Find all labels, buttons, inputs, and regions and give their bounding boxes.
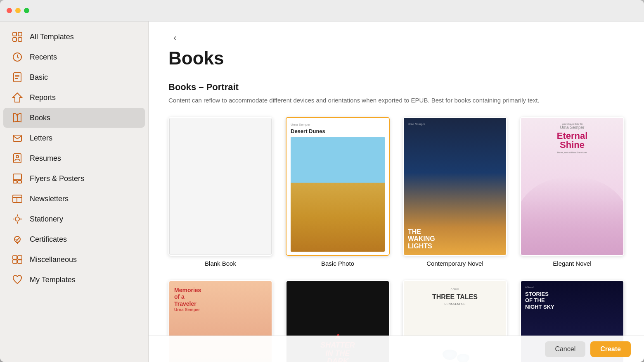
sidebar-item-all-templates[interactable]: All Templates [3,27,145,47]
sidebar-item-label: My Templates [30,276,76,284]
memories-title: Memoriesof aTraveler [174,287,267,307]
clock-icon [12,51,23,63]
book-icon [12,112,23,124]
misc-icon [12,254,23,265]
close-button[interactable] [7,8,12,13]
uma-name-label: Uma Semper [560,125,585,130]
stories-title: STORIESOF THENIGHT SKY [525,291,619,310]
sidebar-item-flyers-posters[interactable]: Flyers & Posters [3,169,145,188]
sidebar-item-label: Flyers & Posters [30,174,84,183]
urna-label: Urna Semper [408,123,502,126]
section-description: Content can reflow to accommodate differ… [168,96,540,105]
svg-rect-29 [18,256,22,259]
sidebar-item-label: Letters [30,134,52,143]
content-area: ‹ Books Books – Portrait Content can ref… [149,21,644,362]
svg-rect-31 [18,260,22,263]
svg-rect-1 [18,32,22,36]
sidebar-item-recents[interactable]: Recents [3,47,145,67]
three-author: URNA SEMPER [445,302,466,305]
waking-lights-title: THEWAKINGLIGHTS [408,228,502,250]
sidebar-item-my-templates[interactable]: My Templates [3,270,145,290]
dunes-author: Urna Semper [291,123,385,126]
svg-rect-28 [13,256,17,259]
back-button[interactable]: ‹ [168,31,182,45]
minimize-button[interactable] [15,8,21,13]
certificate-icon [12,233,23,245]
svg-point-25 [14,236,20,242]
sidebar-item-certificates[interactable]: Certificates [3,229,145,249]
template-name-contemporary: Contemporary Novel [426,260,483,267]
sidebar: All Templates Recents [0,21,149,362]
dunes-image [291,137,385,252]
svg-point-13 [16,155,19,158]
bottom-bar: Cancel Create [149,336,644,362]
doc-icon [12,71,23,83]
svg-rect-3 [18,38,22,41]
sidebar-item-label: Newsletters [30,195,69,203]
sidebar-item-newsletters[interactable]: Newsletters [3,189,145,209]
create-button[interactable]: Create [590,341,631,357]
sidebar-item-miscellaneous[interactable]: Miscellaneous [3,250,145,269]
content-inner: ‹ Books Books – Portrait Content can ref… [149,21,644,362]
stories-novel-label: A Novel [525,286,619,288]
template-name-elegant: Elegant Novel [553,260,591,267]
template-name-basic-photo: Basic Photo [321,260,354,267]
stationery-icon [12,213,23,225]
svg-marker-9 [13,93,22,102]
three-novel-label: A Novel [451,288,459,290]
sidebar-item-basic[interactable]: Basic [3,67,145,87]
section-title: Books – Portrait [168,82,624,93]
sidebar-item-label: Basic [30,73,48,82]
svg-rect-11 [13,135,21,141]
svg-rect-15 [13,181,17,183]
resume-icon [12,152,23,164]
sidebar-item-label: All Templates [30,33,74,41]
template-grid-row1: Blank Book Urna Semper Desert Dunes Basi… [168,117,624,267]
grid-icon [12,31,23,43]
sidebar-item-label: Miscellaneous [30,255,77,264]
template-contemporary-novel[interactable]: Urna Semper THEWAKINGLIGHTS Contemporary… [403,117,507,267]
sidebar-item-label: Resumes [30,154,61,163]
memories-author: Urna Semper [174,307,267,312]
elegant-sub: Donec, Arcu et Risus Diam Amet [557,151,587,154]
main-layout: All Templates Recents [0,21,644,362]
template-thumb-blank [168,117,272,256]
sidebar-item-letters[interactable]: Letters [3,128,145,148]
flyer-icon [12,173,23,184]
sidebar-item-label: Reports [30,93,56,102]
svg-point-20 [15,217,19,221]
app-window: All Templates Recents [0,0,644,362]
template-elegant-novel[interactable]: Lorem Ipsum Dolor Sit Uma Semper Eternal… [520,117,624,267]
letter-icon [12,132,23,144]
report-icon [12,92,23,103]
template-thumb-contemporary: Urna Semper THEWAKINGLIGHTS [403,117,507,256]
sidebar-item-reports[interactable]: Reports [3,88,145,107]
sidebar-item-books[interactable]: Books [3,108,145,128]
template-basic-photo[interactable]: Urna Semper Desert Dunes Basic Photo [286,117,390,267]
svg-rect-0 [13,32,17,36]
sidebar-item-label: Stationery [30,215,63,224]
shine-title: Shine [560,141,585,150]
page-title: Books [168,48,624,69]
svg-rect-14 [13,174,21,180]
template-thumb-elegant: Lorem Ipsum Dolor Sit Uma Semper Eternal… [520,117,624,256]
maximize-button[interactable] [24,8,29,13]
sidebar-item-label: Certificates [30,235,67,244]
dunes-title: Desert Dunes [291,128,385,134]
svg-rect-2 [13,38,17,41]
sidebar-item-resumes[interactable]: Resumes [3,148,145,168]
three-tales-title: THREE TALES [432,293,478,301]
template-thumb-basic-photo: Urna Semper Desert Dunes [286,117,390,256]
svg-rect-30 [13,260,17,263]
template-blank-book[interactable]: Blank Book [168,117,272,267]
heart-icon [12,274,23,286]
newsletter-icon [12,193,23,205]
cancel-button[interactable]: Cancel [545,341,585,357]
sidebar-item-label: Recents [30,53,57,62]
sidebar-item-stationery[interactable]: Stationery [3,209,145,229]
svg-rect-16 [18,181,21,183]
eternal-title: Eternal [557,131,588,141]
titlebar [0,0,644,21]
sidebar-item-label: Books [30,114,50,122]
template-name-blank: Blank Book [205,260,236,267]
